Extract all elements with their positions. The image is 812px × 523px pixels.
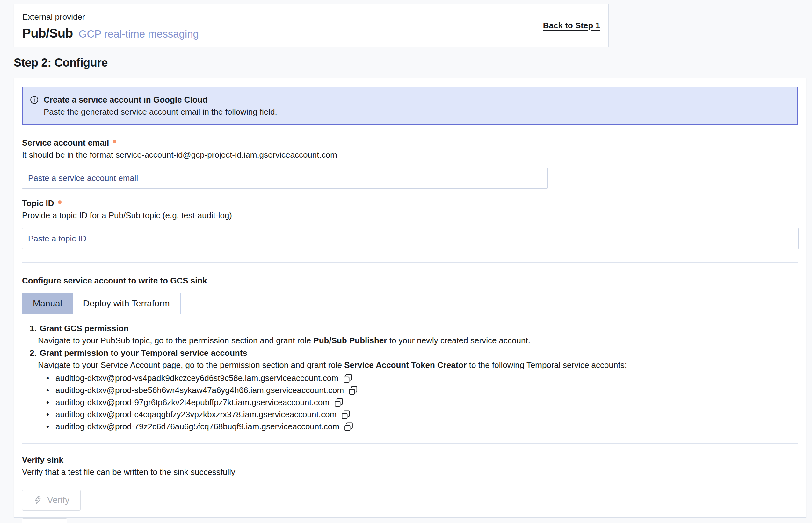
list-item: auditlog-dktxv@prod-97gr6tp6zkv2t4epubff… bbox=[46, 396, 798, 408]
step-body-text: to your newly created service account. bbox=[387, 336, 530, 345]
instruction-step-2-title-row: 2. Grant permission to your Temporal ser… bbox=[30, 347, 798, 359]
info-banner-title: Create a service account in Google Cloud bbox=[44, 94, 208, 106]
info-banner-description: Paste the generated service account emai… bbox=[44, 106, 790, 118]
copy-icon[interactable] bbox=[348, 386, 358, 395]
info-banner: Create a service account in Google Cloud… bbox=[22, 87, 798, 125]
page-title: Step 2: Configure bbox=[14, 56, 108, 69]
copy-icon[interactable] bbox=[341, 410, 351, 419]
service-account-email-input[interactable] bbox=[22, 167, 548, 188]
step-body-role-name: Pub/Sub Publisher bbox=[313, 336, 387, 345]
provider-eyebrow: External provider bbox=[22, 12, 199, 22]
instruction-step-2-body: Navigate to your Service Account page, g… bbox=[38, 359, 798, 371]
step-body-role-name: Service Account Token Creator bbox=[344, 360, 466, 370]
list-item: auditlog-dktxv@prod-c4cqaqgbfzy23vpzkbxz… bbox=[46, 408, 798, 420]
manual-instructions: 1. Grant GCS permission Navigate to your… bbox=[30, 323, 798, 433]
verify-button[interactable]: Verify bbox=[22, 490, 81, 510]
service-account-email-description: It should be in the format service-accou… bbox=[22, 149, 798, 161]
audit-log-sink-configure-page: { "header": { "eyebrow": "External provi… bbox=[0, 0, 812, 523]
provider-title: Pub/Sub bbox=[22, 26, 73, 40]
copy-icon[interactable] bbox=[344, 422, 353, 432]
provider-header-card: External provider Pub/Sub GCP real-time … bbox=[14, 4, 609, 47]
topic-id-field-group: Topic ID Provide a topic ID for a Pub/Su… bbox=[22, 197, 798, 249]
info-icon bbox=[30, 95, 39, 105]
step-number: 1. bbox=[30, 323, 37, 335]
temporal-service-account-list: auditlog-dktxv@prod-vs4padk9dkczcey6d6st… bbox=[46, 372, 798, 433]
topic-id-label-row: Topic ID bbox=[22, 197, 798, 209]
step-body-text: Navigate to your Service Account page, g… bbox=[38, 360, 344, 370]
tab-deploy-with-terraform[interactable]: Deploy with Terraform bbox=[73, 293, 180, 314]
list-item: auditlog-dktxv@prod-79z2c6d76au6g5fcq768… bbox=[46, 420, 798, 433]
create-button[interactable]: Create bbox=[22, 518, 67, 523]
service-account-email-label-row: Service account email bbox=[22, 137, 798, 148]
topic-id-input[interactable] bbox=[22, 228, 799, 249]
step-number: 2. bbox=[30, 347, 37, 359]
tab-manual[interactable]: Manual bbox=[22, 293, 73, 314]
topic-id-label: Topic ID bbox=[22, 197, 54, 209]
service-account-email: auditlog-dktxv@prod-79z2c6d76au6g5fcq768… bbox=[55, 420, 339, 433]
instruction-step-1: 1. Grant GCS permission Navigate to your… bbox=[30, 323, 798, 346]
step-title: Grant GCS permission bbox=[40, 323, 129, 335]
service-account-email: auditlog-dktxv@prod-vs4padk9dkczcey6d6st… bbox=[55, 372, 338, 384]
step-body-text: to the following Temporal service accoun… bbox=[466, 360, 626, 370]
configure-card: Create a service account in Google Cloud… bbox=[14, 78, 806, 518]
copy-icon[interactable] bbox=[343, 374, 352, 383]
list-item: auditlog-dktxv@prod-vs4padk9dkczcey6d6st… bbox=[46, 372, 798, 384]
required-indicator bbox=[58, 200, 61, 204]
provider-subtitle: GCP real-time messaging bbox=[79, 28, 199, 40]
back-to-step-1-link[interactable]: Back to Step 1 bbox=[543, 21, 600, 31]
provider-info: External provider Pub/Sub GCP real-time … bbox=[22, 12, 199, 39]
configure-method-tabs: Manual Deploy with Terraform bbox=[22, 293, 181, 314]
service-account-email-field-group: Service account email It should be in th… bbox=[22, 137, 798, 188]
step-body-text: Navigate to your PubSub topic, go to the… bbox=[38, 336, 313, 345]
service-account-email: auditlog-dktxv@prod-c4cqaqgbfzy23vpzkbxz… bbox=[55, 408, 337, 420]
instruction-step-1-title-row: 1. Grant GCS permission bbox=[30, 323, 798, 335]
section-divider bbox=[22, 263, 798, 263]
instruction-step-2: 2. Grant permission to your Temporal ser… bbox=[30, 347, 798, 371]
required-indicator bbox=[113, 140, 116, 143]
service-account-email: auditlog-dktxv@prod-97gr6tp6zkv2t4epubff… bbox=[55, 396, 330, 408]
info-banner-title-row: Create a service account in Google Cloud bbox=[30, 94, 790, 106]
verify-button-label: Verify bbox=[47, 495, 69, 505]
service-account-email: auditlog-dktxv@prod-sbe56h6wr4sykaw47a6y… bbox=[55, 384, 344, 396]
topic-id-description: Provide a topic ID for a Pub/Sub topic (… bbox=[22, 210, 798, 221]
instruction-step-1-body: Navigate to your PubSub topic, go to the… bbox=[38, 335, 798, 346]
service-account-email-label: Service account email bbox=[22, 137, 109, 148]
lightning-bolt-icon bbox=[33, 495, 43, 505]
step-title: Grant permission to your Temporal servic… bbox=[40, 347, 247, 359]
verify-sink-heading: Verify sink bbox=[22, 454, 798, 466]
copy-icon[interactable] bbox=[334, 398, 343, 408]
verify-sink-description: Verify that a test file can be written t… bbox=[22, 466, 798, 478]
provider-title-row: Pub/Sub GCP real-time messaging bbox=[22, 26, 199, 40]
configure-sink-heading: Configure service account to write to GC… bbox=[22, 275, 798, 286]
list-item: auditlog-dktxv@prod-sbe56h6wr4sykaw47a6y… bbox=[46, 384, 798, 396]
